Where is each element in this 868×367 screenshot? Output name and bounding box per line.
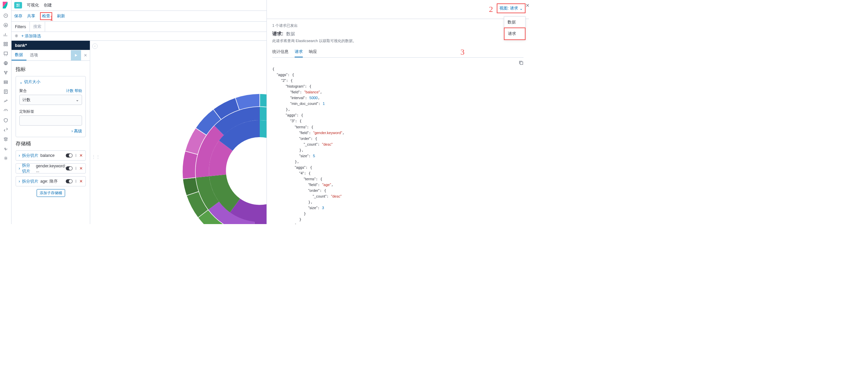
save-link[interactable]: 保存 <box>14 13 22 19</box>
request-description: 此请求将查询 Elasticsearch 以获取可视化的数据。 <box>272 38 524 43</box>
svg-point-14 <box>5 158 6 159</box>
bucket-row: ›拆分切片gender.keyword: ... ⁞✕ <box>16 163 86 173</box>
svg-rect-16 <box>520 62 523 65</box>
add-filter-link[interactable]: + 添加筛选 <box>21 33 41 39</box>
tab-options[interactable]: 选项 <box>26 50 41 60</box>
apply-button[interactable] <box>71 50 81 60</box>
request-title: 请求:数据 <box>272 31 524 37</box>
close-icon[interactable]: ✕ <box>526 3 530 8</box>
callout-2: 2 <box>489 5 493 14</box>
svg-point-15 <box>16 35 17 36</box>
metrics-title: 指标 <box>16 66 86 73</box>
chevron-right-icon[interactable]: › <box>19 166 20 171</box>
svg-rect-11 <box>4 81 7 82</box>
refresh-link[interactable]: 刷新 <box>57 13 65 19</box>
view-dropdown[interactable]: 视图: 请求 ⌄ <box>497 3 526 13</box>
editor-sidebar: bank* 数据 选项 ✕ 指标 ⌄ 切片大小 <box>12 41 90 224</box>
callout-3: 3 <box>460 48 465 57</box>
devtools-icon[interactable] <box>3 127 8 132</box>
agg-select[interactable]: 计数 ⌄ <box>19 95 82 105</box>
filters-add-row: + 添加筛选 <box>12 32 267 41</box>
add-sub-bucket-button[interactable]: 添加子存储桶 <box>37 189 65 197</box>
chevron-down-icon: ⌄ <box>76 97 79 102</box>
logs-icon[interactable] <box>3 89 8 94</box>
chevron-right-icon[interactable]: › <box>19 179 20 184</box>
delete-icon[interactable]: ✕ <box>79 179 83 184</box>
siem-icon[interactable] <box>3 117 8 123</box>
infra-icon[interactable] <box>3 79 8 85</box>
monitoring-icon[interactable] <box>3 146 8 151</box>
filters-tab[interactable]: Filters <box>12 22 30 32</box>
canvas-icon[interactable] <box>3 51 8 56</box>
inspector-tabs: 统计信息 请求 响应 <box>272 47 524 58</box>
request-json: { "aggs": { "2": { "histogram": { "field… <box>272 60 524 224</box>
inspect-link[interactable]: 检查 <box>42 14 50 18</box>
search-tab[interactable]: 搜索 <box>30 22 45 32</box>
buckets-title: 存储桶 <box>16 141 86 147</box>
drag-icon[interactable]: ⁞ <box>75 179 77 184</box>
svg-rect-6 <box>4 52 7 55</box>
advanced-link[interactable]: › 高级 <box>19 128 82 134</box>
custom-label-label: 定制标签 <box>19 109 82 114</box>
custom-label-input[interactable] <box>19 115 82 126</box>
callout-1: 1 <box>50 14 54 23</box>
agg-label: 聚合 <box>19 88 27 93</box>
stack-icon[interactable] <box>3 136 8 142</box>
breadcrumb-visualize[interactable]: 可视化 <box>27 2 39 8</box>
agg-help-link[interactable]: 计数 帮助 <box>66 88 82 93</box>
ml-icon[interactable] <box>3 70 8 75</box>
nav-rail <box>0 0 12 224</box>
svg-point-1 <box>4 23 7 27</box>
delete-icon[interactable]: ✕ <box>79 166 83 171</box>
management-icon[interactable] <box>3 155 8 161</box>
request-count: 1 个请求已发出 <box>272 23 524 28</box>
tab-response[interactable]: 响应 <box>309 47 317 57</box>
chevron-right-icon[interactable]: › <box>19 153 20 158</box>
share-link[interactable]: 共享 <box>27 13 35 19</box>
discard-button[interactable]: ✕ <box>81 53 90 58</box>
visualize-icon[interactable] <box>3 32 8 37</box>
drag-icon[interactable]: ⁞ <box>75 166 77 171</box>
metric-agg: ⌄ 切片大小 聚合 计数 帮助 计数 ⌄ 定制标签 <box>16 76 86 137</box>
svg-rect-3 <box>6 42 7 44</box>
inspector-panel: 2 视图: 请求 ⌄ ✕ 数据 请求 1 个请求已发出 请求:数据 此请求将查询… <box>267 0 529 224</box>
copy-icon[interactable] <box>519 60 524 67</box>
breadcrumb-bar: 默 可视化 创建 <box>12 0 267 11</box>
bucket-toggle[interactable] <box>66 179 73 183</box>
tab-request[interactable]: 请求 <box>295 47 303 57</box>
index-pattern[interactable]: bank* <box>12 41 90 50</box>
chevron-down-icon: ⌄ <box>19 80 23 85</box>
svg-point-9 <box>6 71 7 72</box>
menu-item-request[interactable]: 请求 <box>504 27 526 40</box>
apm-icon[interactable] <box>3 98 8 104</box>
dashboard-icon[interactable] <box>3 41 8 47</box>
svg-point-10 <box>5 73 6 74</box>
visualization-canvas <box>90 41 267 224</box>
delete-icon[interactable]: ✕ <box>79 153 83 158</box>
tab-data[interactable]: 数据 <box>12 50 26 60</box>
bucket-toggle[interactable] <box>66 166 73 170</box>
discover-icon[interactable] <box>3 22 8 28</box>
svg-rect-4 <box>4 44 5 46</box>
svg-rect-2 <box>4 42 5 44</box>
uptime-icon[interactable] <box>3 108 8 113</box>
slice-size-toggle[interactable]: ⌄ 切片大小 <box>19 79 82 85</box>
space-badge[interactable]: 默 <box>14 2 22 8</box>
kibana-logo[interactable] <box>2 1 9 9</box>
recent-icon[interactable] <box>3 13 8 18</box>
menu-item-data[interactable]: 数据 <box>504 17 525 28</box>
view-dropdown-menu: 数据 请求 <box>504 16 526 40</box>
bucket-row: ›拆分切片age: 降序 ⁞✕ <box>16 176 86 186</box>
breadcrumb-create[interactable]: 创建 <box>44 2 52 8</box>
gear-icon[interactable] <box>14 34 19 39</box>
drag-icon[interactable]: ⁞ <box>75 153 77 158</box>
svg-rect-12 <box>4 82 7 84</box>
sunburst-chart <box>182 93 267 224</box>
svg-rect-5 <box>6 44 7 46</box>
filters-bar: Filters 搜索 <box>12 22 267 32</box>
bucket-toggle[interactable] <box>66 153 73 158</box>
toolbar: 保存 共享 检查 刷新 1 <box>12 11 267 22</box>
tab-stats[interactable]: 统计信息 <box>272 47 289 57</box>
svg-point-8 <box>4 71 5 72</box>
maps-icon[interactable] <box>3 60 8 66</box>
